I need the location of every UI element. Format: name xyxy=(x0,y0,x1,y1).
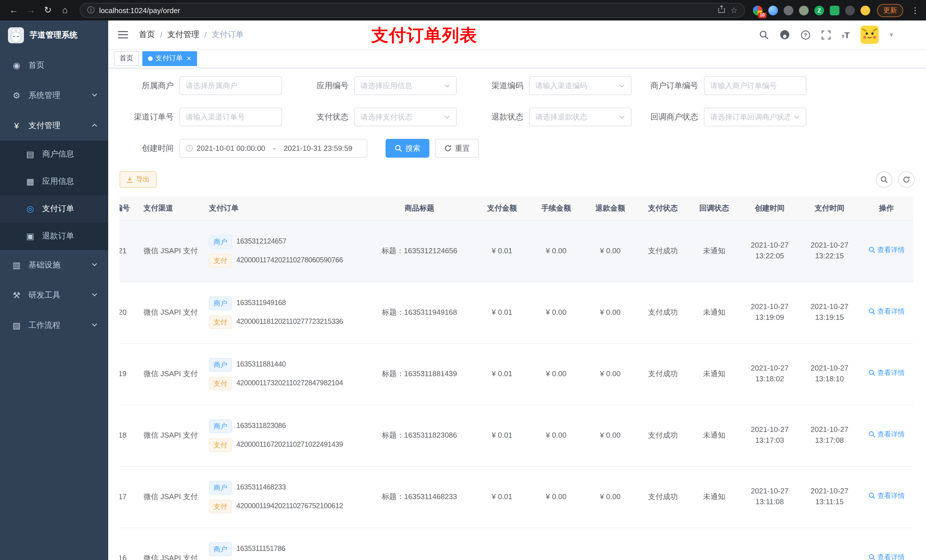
view-detail-link[interactable]: 查看详情 xyxy=(868,245,905,255)
table-row[interactable]: 19 微信 JSAPI 支付 商户 1635311881440 支付 xyxy=(120,343,914,405)
channel-order-no-input[interactable] xyxy=(186,113,275,121)
caret-down-icon[interactable]: ▾ xyxy=(890,31,893,39)
date-start: 2021-10-01 00:00:00 xyxy=(197,144,265,152)
hamburger-icon[interactable] xyxy=(117,29,129,41)
sidebar-item-workflow[interactable]: ▧ 工作流程 xyxy=(0,310,108,340)
merchant-order-no: 1635311468233 xyxy=(236,482,286,492)
extension-icon[interactable] xyxy=(784,5,793,15)
site-info-icon[interactable]: ⓘ xyxy=(87,5,95,15)
sidebar-item-pay-order[interactable]: ◎ 支付订单 xyxy=(0,195,108,222)
filter-row-3: 创建时间 2021-10-01 00:00:00 - 2021-10-31 23… xyxy=(120,139,915,158)
breadcrumb: 首页 / 支付管理 / 支付订单 xyxy=(139,30,244,40)
cell-id: 20 xyxy=(120,282,139,343)
view-detail-link[interactable]: 查看详情 xyxy=(868,491,905,501)
merchant-tag: 商户 xyxy=(209,296,232,310)
sidebar-item-dev-tools[interactable]: ⚒ 研发工具 xyxy=(0,280,108,310)
owner-merchant-input[interactable] xyxy=(186,82,275,90)
address-bar[interactable]: ⓘ localhost:1024/pay/order ☆ xyxy=(80,3,745,18)
table-row[interactable]: 16 微信 JSAPI 支付 商户 1635311151786 支付 xyxy=(120,528,914,560)
extension-icon[interactable]: 10 xyxy=(753,5,763,15)
font-size-icon[interactable]: тT xyxy=(842,30,850,39)
sidebar-item-infrastructure[interactable]: ▥ 基础设施 xyxy=(0,250,108,280)
browser-back-icon[interactable]: ← xyxy=(7,3,21,17)
sidebar-item-home[interactable]: ◉ 首页 xyxy=(0,50,108,80)
browser-menu-icon[interactable]: ⋮ xyxy=(911,6,919,15)
bookmark-star-icon[interactable]: ☆ xyxy=(730,6,737,15)
app-no-select[interactable] xyxy=(360,82,440,90)
help-icon[interactable]: ? xyxy=(801,30,810,39)
table-row[interactable]: 18 微信 JSAPI 支付 商户 1635311823086 支付 xyxy=(120,405,914,466)
cell-channel: 微信 JSAPI 支付 xyxy=(139,220,204,282)
browser-update-button[interactable]: 更新 xyxy=(877,4,903,17)
browser-reload-icon[interactable]: ↻ xyxy=(41,3,54,17)
column-header: 创建时间 xyxy=(740,196,800,220)
search-icon[interactable] xyxy=(759,30,769,39)
breadcrumb-section[interactable]: 支付管理 xyxy=(168,30,199,40)
extension-icon[interactable] xyxy=(845,5,855,15)
close-icon[interactable]: × xyxy=(187,54,191,62)
extension-icon[interactable] xyxy=(799,5,809,15)
refund-status-select[interactable] xyxy=(535,113,615,121)
chevron-down-icon xyxy=(443,82,451,89)
chevron-down-icon xyxy=(91,321,98,330)
extension-icon[interactable]: Z xyxy=(814,5,824,15)
sidebar-menu: ◉ 首页 ⚙ 系统管理 ¥ 支付管理 ▤ 商户信息 xyxy=(0,50,108,340)
sidebar-item-refund-order[interactable]: ▣ 退款订单 xyxy=(0,222,108,250)
extension-icon[interactable] xyxy=(861,5,870,15)
share-icon[interactable] xyxy=(718,5,726,15)
column-header: 支付时间 xyxy=(800,196,859,220)
sidebar-item-app-info[interactable]: ▦ 应用信息 xyxy=(0,168,108,195)
sidebar-item-label: 首页 xyxy=(29,60,44,70)
cell-refund xyxy=(583,528,637,560)
cell-id: 18 xyxy=(120,405,139,466)
extension-badge: 10 xyxy=(758,12,767,18)
extension-icon[interactable] xyxy=(768,5,778,15)
toggle-search-icon[interactable] xyxy=(876,171,893,188)
breadcrumb-home[interactable]: 首页 xyxy=(139,30,155,40)
view-detail-link[interactable]: 查看详情 xyxy=(868,306,905,316)
url-text[interactable]: localhost:1024/pay/order xyxy=(99,6,713,15)
fullscreen-icon[interactable] xyxy=(821,30,831,39)
cell-create-time xyxy=(740,528,800,560)
refresh-icon[interactable] xyxy=(898,171,915,188)
cell-title: 标题：1635311823086 xyxy=(364,405,475,466)
reset-button[interactable]: 重置 xyxy=(435,139,479,158)
github-icon[interactable] xyxy=(780,30,790,40)
column-header: 支付状态 xyxy=(637,196,688,220)
cell-pay-time: 2021-10-27 13:18:10 xyxy=(800,343,859,405)
tab-home[interactable]: 首页 xyxy=(114,51,139,66)
view-detail-link[interactable]: 查看详情 xyxy=(868,429,905,439)
tab-pay-order[interactable]: 支付订单 × xyxy=(142,51,197,66)
table-row[interactable]: 21 微信 JSAPI 支付 商户 1635312124657 支付 xyxy=(120,220,914,282)
chevron-up-icon xyxy=(91,121,98,130)
sidebar-item-merchant-info[interactable]: ▤ 商户信息 xyxy=(0,140,108,168)
sidebar-item-system[interactable]: ⚙ 系统管理 xyxy=(0,80,108,110)
screen: ← → ↻ ⌂ ⓘ localhost:1024/pay/order ☆ 10 … xyxy=(0,0,926,560)
target-icon: ◎ xyxy=(24,204,36,214)
notify-status-select[interactable] xyxy=(710,113,790,121)
export-button[interactable]: 导出 xyxy=(120,171,157,188)
channel-code-select[interactable] xyxy=(535,82,615,90)
filter-label: 渠道订单号 xyxy=(120,112,179,122)
table-row[interactable]: 17 微信 JSAPI 支付 商户 1635311468233 支付 xyxy=(120,466,914,528)
browser-home-icon[interactable]: ⌂ xyxy=(58,3,72,17)
extension-icon[interactable] xyxy=(830,5,840,15)
cell-channel: 微信 JSAPI 支付 xyxy=(139,466,204,528)
column-header: 退款金额 xyxy=(583,196,637,220)
merchant-tag: 商户 xyxy=(209,542,232,556)
cell-id: 21 xyxy=(120,220,139,282)
view-detail-link[interactable]: 查看详情 xyxy=(868,368,905,378)
page-content: 所属商户 应用编号 渠道编码 xyxy=(108,68,926,560)
date-end: 2021-10-31 23:59:59 xyxy=(284,144,352,152)
sidebar-item-payment[interactable]: ¥ 支付管理 xyxy=(0,110,108,140)
view-detail-link[interactable]: 查看详情 xyxy=(868,552,905,560)
merchant-tag: 商户 xyxy=(209,419,232,433)
cell-order: 商户 1635311151786 支付 xyxy=(204,528,364,560)
merchant-order-no-input[interactable] xyxy=(710,82,800,90)
app-logo: 芋道管理系统 xyxy=(0,21,108,50)
search-button[interactable]: 搜索 xyxy=(386,139,430,158)
create-time-range-picker[interactable]: 2021-10-01 00:00:00 - 2021-10-31 23:59:5… xyxy=(179,139,367,158)
pay-status-select[interactable] xyxy=(360,113,440,121)
user-avatar[interactable] xyxy=(861,26,879,44)
table-row[interactable]: 20 微信 JSAPI 支付 商户 1635311949168 支付 xyxy=(120,282,914,343)
